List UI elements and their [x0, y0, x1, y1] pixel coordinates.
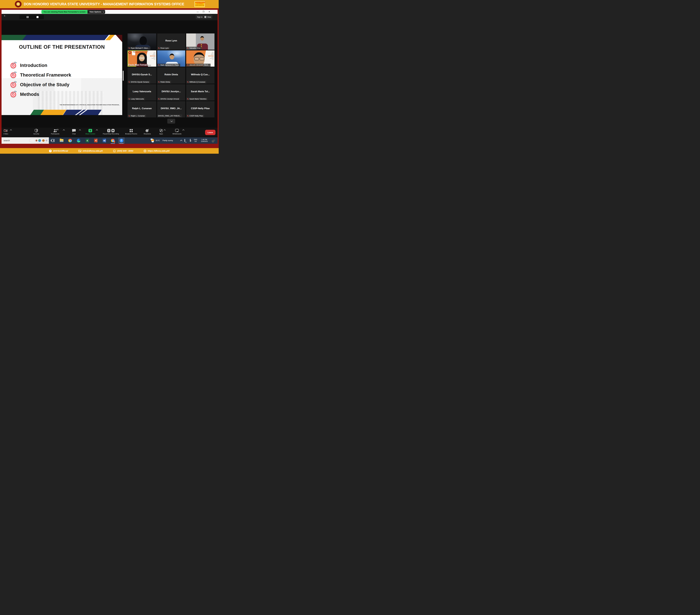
bullet-text: Theoretical Framework: [20, 72, 71, 78]
participant-name-label: DHVSU-Dynah Soriano: [127, 80, 150, 84]
moon-icon: [46, 140, 48, 141]
participant-tile[interactable]: Ryan Michael F. Oduc...: [127, 34, 156, 50]
slide-title: OUTLINE OF THE PRESENTATION: [1, 44, 122, 50]
chevron-down-icon: [103, 11, 104, 12]
stop-recording-icon[interactable]: [37, 16, 38, 18]
display-tray-icon[interactable]: [185, 139, 185, 142]
muted-mic-icon: [187, 64, 189, 66]
participant-tile[interactable]: DHVSU-Dynah S... DHVSU-Dynah Soriano: [127, 67, 156, 84]
footer-bar: f DHVSUOfficial info@dhvsu.edu.ph (045) …: [0, 148, 219, 154]
weather-temp[interactable]: 31°C: [155, 137, 160, 144]
muted-mic-icon: [128, 47, 130, 49]
participant-tile[interactable]: Mark Jameson E. Perez: [157, 50, 185, 67]
muted-mic-icon: [187, 47, 189, 49]
file-explorer-button[interactable]: [58, 137, 65, 144]
video-options-caret[interactable]: [10, 129, 12, 131]
target-dart-icon: [11, 72, 16, 78]
leave-button[interactable]: Leave: [205, 130, 215, 135]
participant-tile-active-speaker[interactable]: influ deve inspira MENTOR team successf …: [127, 50, 156, 67]
reactions-button[interactable]: Reactions: [142, 128, 153, 137]
bullet-text: Objective of the Study: [20, 82, 70, 87]
chat-button[interactable]: Chat: [70, 128, 78, 137]
participant-tile[interactable]: Salvador Cruz: [186, 34, 214, 50]
recording-controls: [20, 15, 44, 19]
participant-name-label: Ryan Michael F. Oduc...: [127, 47, 150, 50]
participants-button[interactable]: 25 Participants: [50, 128, 60, 137]
weather-icon[interactable]: [150, 139, 154, 142]
task-view-button[interactable]: [50, 137, 56, 144]
approved-stamp: APPROVED FOR POSTING Date: November 06, …: [195, 1, 205, 7]
participant-name-label: Rose Lynn: [157, 47, 170, 50]
participant-tile[interactable]: CSSP-Nelly Pilao CSSP-Nelly Pilao: [186, 101, 214, 117]
view-button[interactable]: View: [203, 15, 213, 19]
grid-page-down-button[interactable]: [167, 119, 175, 124]
participant-name-label: Paula Mae Fernandez: [128, 64, 151, 66]
chrome-button[interactable]: [67, 137, 73, 144]
recording-label: g...: [4, 15, 6, 16]
share-screen-icon: [88, 129, 92, 133]
whiteboards-button[interactable]: Whiteboards: [171, 128, 183, 137]
muted-mic-icon: [158, 81, 160, 83]
notification-badge: 1: [212, 140, 214, 142]
participant-tile[interactable]: Rose Lynn Rose Lynn: [157, 34, 185, 50]
start-video-button[interactable]: t Video: [1, 128, 10, 137]
apps-button[interactable]: Apps: [157, 128, 165, 137]
stamp-line1: APPROVED: [195, 2, 204, 3]
view-options-button[interactable]: View Options: [88, 10, 105, 14]
pause-stop-recording-button[interactable]: Pause/Stop Recording: [100, 128, 121, 137]
restore-button[interactable]: ❐: [201, 10, 206, 14]
participants-caret[interactable]: [63, 129, 65, 131]
device-tray-icon[interactable]: [190, 139, 190, 142]
breakout-rooms-icon: [129, 129, 133, 133]
leave-label: Leave: [208, 131, 213, 134]
excel-button[interactable]: X: [84, 137, 90, 144]
weather-desc[interactable]: Partly sunny: [163, 137, 173, 144]
participant-display-name: DHVSU Jocelyn...: [157, 90, 185, 93]
footer-website-link[interactable]: https://dhvsu.edu.ph/: [143, 150, 170, 152]
language-indicator[interactable]: ENG US: [193, 139, 198, 142]
participant-tile[interactable]: Luwy Valenzuela Luwy Valenzuela: [127, 84, 156, 100]
participant-tile[interactable]: Ralph L. Cunanan Ralph L. Cunanan: [127, 101, 156, 117]
slide-bullet-3: Objective of the Study: [11, 81, 114, 89]
participant-tile[interactable]: Sarah Marie Tol... Sarah Marie Tolentino: [186, 84, 214, 100]
participant-tile[interactable]: Robin Dimla Robin Dimla: [157, 67, 185, 84]
share-screen-caret[interactable]: [96, 129, 98, 131]
breakout-rooms-button[interactable]: Breakout Rooms: [124, 128, 138, 137]
view-grid-icon: [204, 16, 207, 18]
edge-button[interactable]: [75, 137, 82, 144]
minimize-button[interactable]: —: [195, 10, 200, 14]
word-button[interactable]: W: [101, 137, 108, 144]
footer-phone-link[interactable]: (045) 649 - 8050: [113, 150, 133, 152]
target-dart-icon: [11, 62, 16, 68]
stamp-line2: FOR POSTING: [195, 3, 204, 4]
participant-name-label: Robin Dimla: [157, 80, 171, 84]
clock[interactable]: 1:46 PM 11/6/2023: [199, 139, 209, 142]
participant-tile[interactable]: DHVSU Jocelyn... DHVSU Jocelyn Arrozal: [157, 84, 185, 100]
university-seal-logo: [15, 1, 22, 8]
tray-expand-caret[interactable]: [180, 140, 183, 142]
bullet-text: Methods: [20, 92, 39, 97]
chat-caret[interactable]: [79, 129, 81, 131]
sign-in-button[interactable]: Sign in: [196, 15, 204, 19]
slide-footer-text: THE RESPONSIVENESS OF A PHYSICAL EDUCATI…: [60, 104, 120, 105]
zoom-window: — ❐ ✕ You are viewing Paula Mae Fernande…: [1, 10, 217, 144]
participant-name-label: DHVSU_RMO_JAY PABUS...: [157, 114, 182, 117]
participant-tile[interactable]: Wilfredo Q Cun... Wilfredo Q Cunanan: [186, 67, 214, 84]
chrome-profile-button[interactable]: D: [110, 137, 116, 144]
profile-badge: D: [113, 141, 115, 143]
powerpoint-button[interactable]: P: [92, 137, 99, 144]
footer-email-link[interactable]: info@dhvsu.edu.ph: [78, 150, 103, 152]
stamp-date: Date: November 06, 2023: [197, 5, 204, 5]
participant-tile[interactable]: influ deve inspira MENTOR team successf …: [186, 50, 214, 67]
footer-facebook-link[interactable]: f DHVSUOfficial: [49, 150, 68, 152]
pause-recording-icon[interactable]: [27, 16, 28, 18]
taskbar-search-input[interactable]: search: [1, 137, 49, 144]
meeting-toolbar: t Video Security 25 Participants: [1, 128, 217, 137]
email-icon: [78, 150, 81, 152]
share-screen-button[interactable]: Share Screen: [85, 128, 96, 137]
close-button[interactable]: ✕: [207, 10, 212, 14]
security-button[interactable]: Security: [32, 128, 40, 137]
zoom-app-button[interactable]: Z: [118, 137, 125, 144]
video-panel-collapse-handle[interactable]: [123, 71, 124, 81]
participant-tile[interactable]: DHVSU_RMO_JA... DHVSU_RMO_JAY PABUS...: [157, 101, 185, 117]
